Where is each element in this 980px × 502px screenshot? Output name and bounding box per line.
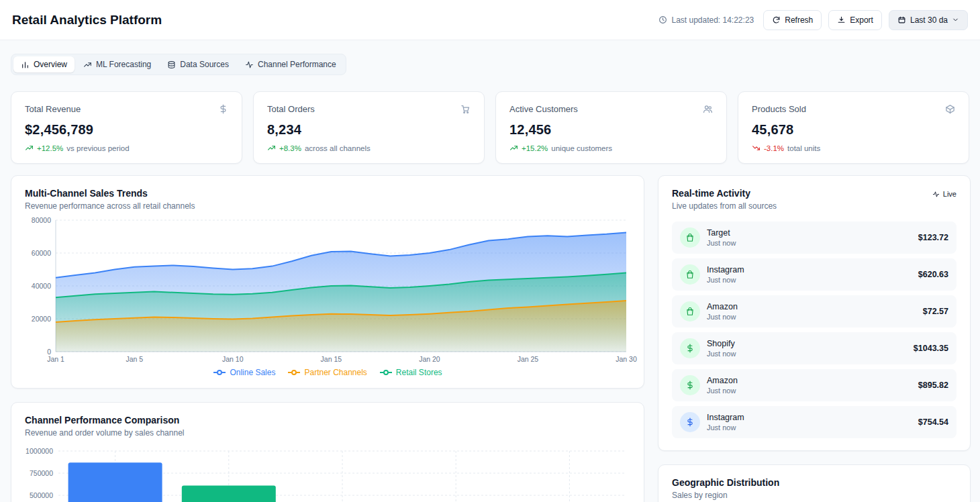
svg-text:80000: 80000	[32, 216, 51, 224]
dollar-icon	[680, 375, 700, 395]
activity-info: InstagramJust now	[707, 413, 912, 432]
tab-overview[interactable]: Overview	[13, 56, 75, 72]
tab-channel-performance[interactable]: Channel Performance	[238, 56, 344, 72]
kpi-card-active-customers: Active Customers12,456+15.2%unique custo…	[495, 91, 727, 164]
kpi-label: Total Revenue	[25, 104, 81, 114]
sales-trends-chart: 020000400006000080000Jan 1Jan 5Jan 10Jan…	[25, 216, 630, 366]
calendar-icon	[897, 15, 906, 24]
kpi-delta-note: total units	[787, 144, 820, 152]
activity-item: AmazonJust now$895.82	[672, 369, 957, 401]
activity-item: InstagramJust now$620.63	[672, 258, 957, 291]
activity-title: Real-time Activity	[672, 188, 777, 199]
export-button[interactable]: Export	[828, 10, 882, 30]
last-updated: Last updated: 14:22:23	[658, 15, 754, 25]
page-title: Retail Analytics Platform	[12, 13, 162, 28]
left-column: Multi-Channel Sales Trends Revenue perfo…	[11, 175, 644, 502]
tab-data-sources[interactable]: Data Sources	[160, 56, 236, 72]
activity-info: AmazonJust now	[707, 302, 916, 321]
svg-text:Jan 30: Jan 30	[616, 355, 637, 363]
export-label: Export	[850, 15, 873, 25]
tab-label: Data Sources	[180, 60, 229, 69]
live-label: Live	[943, 190, 957, 198]
trending-down-icon	[752, 144, 761, 152]
kpi-card-products-sold: Products Sold45,678-3.1%total units	[738, 91, 969, 164]
kpi-delta: +8.3%	[279, 144, 301, 152]
trending-up-icon	[83, 60, 92, 69]
svg-text:500000: 500000	[30, 491, 53, 499]
svg-text:0: 0	[47, 348, 51, 356]
tab-ml-forecasting[interactable]: ML Forecasting	[76, 56, 158, 72]
tab-label: ML Forecasting	[96, 60, 151, 69]
kpi-delta-note: unique customers	[551, 144, 612, 152]
legend-label: Retail Stores	[396, 368, 442, 377]
sales-trends-subtitle: Revenue performance across all retail ch…	[25, 201, 630, 211]
activity-amount: $754.54	[918, 417, 948, 427]
activity-list: TargetJust now$123.72InstagramJust now$6…	[672, 221, 957, 438]
legend-label: Online Sales	[230, 368, 275, 377]
activity-source: Amazon	[707, 376, 912, 385]
kpi-value: 8,234	[267, 122, 471, 138]
activity-time: Just now	[707, 276, 912, 284]
activity-amount: $895.82	[918, 381, 948, 390]
header: Retail Analytics Platform Last updated: …	[0, 0, 980, 40]
activity-time: Just now	[707, 239, 912, 247]
activity-source: Instagram	[707, 265, 912, 274]
shopping-bag-icon	[680, 264, 700, 285]
channel-comparison-chart: 02500005000007500001000000	[25, 446, 630, 502]
activity-amount: $620.63	[918, 270, 948, 279]
activity-source: Target	[707, 228, 912, 238]
clock-icon	[658, 15, 667, 24]
channel-comparison-title: Channel Performance Comparison	[25, 415, 630, 425]
bar-chart-icon	[21, 60, 30, 69]
kpi-top: Active Customers	[509, 104, 713, 114]
live-badge: Live	[932, 190, 957, 198]
svg-text:1000000: 1000000	[26, 447, 53, 455]
legend-series-icon	[379, 369, 393, 376]
activity-time: Just now	[707, 423, 912, 432]
svg-text:Jan 25: Jan 25	[518, 355, 539, 363]
activity-amount: $1043.35	[914, 344, 948, 353]
trending-up-icon	[25, 144, 34, 152]
package-icon	[945, 104, 955, 114]
activity-amount: $123.72	[918, 233, 948, 242]
kpi-label: Total Orders	[267, 104, 315, 114]
activity-info: ShopifyJust now	[707, 339, 907, 358]
channel-comparison-subtitle: Revenue and order volume by sales channe…	[25, 428, 630, 438]
dollar-icon	[680, 338, 700, 358]
header-actions: Last updated: 14:22:23 Refresh Export La…	[658, 10, 968, 30]
svg-text:60000: 60000	[32, 249, 51, 257]
kpi-card-total-revenue: Total Revenue$2,456,789+12.5%vs previous…	[11, 91, 242, 164]
sales-trends-card: Multi-Channel Sales Trends Revenue perfo…	[11, 175, 644, 389]
svg-text:750000: 750000	[30, 469, 53, 477]
svg-text:Jan 15: Jan 15	[321, 355, 342, 363]
svg-text:20000: 20000	[32, 315, 51, 323]
refresh-button[interactable]: Refresh	[763, 10, 822, 30]
kpi-delta: +15.2%	[522, 144, 548, 152]
download-icon	[837, 15, 846, 24]
date-range-label: Last 30 da	[910, 15, 948, 25]
tab-label: Channel Performance	[258, 60, 336, 69]
kpi-delta: -3.1%	[764, 144, 784, 152]
tab-bar: OverviewML ForecastingData SourcesChanne…	[11, 54, 346, 75]
kpi-delta-note: across all channels	[305, 144, 371, 152]
trending-up-icon	[267, 144, 276, 152]
activity-time: Just now	[707, 387, 912, 395]
geo-title: Geographic Distribution	[672, 477, 957, 488]
tab-label: Overview	[34, 60, 67, 69]
kpi-value: 45,678	[752, 122, 955, 138]
kpi-top: Total Revenue	[25, 104, 228, 114]
svg-text:Jan 1: Jan 1	[47, 355, 64, 363]
activity-amount: $72.57	[923, 307, 948, 316]
date-range-select[interactable]: Last 30 da	[889, 10, 968, 30]
activity-header: Real-time Activity Live updates from all…	[672, 188, 957, 211]
activity-pulse-icon	[932, 191, 940, 198]
right-column: Real-time Activity Live updates from all…	[658, 175, 971, 502]
legend-item-partner-channels: Partner Channels	[287, 368, 366, 377]
activity-titles: Real-time Activity Live updates from all…	[672, 188, 777, 211]
refresh-label: Refresh	[785, 15, 813, 25]
chart-legend: Online SalesPartner ChannelsRetail Store…	[25, 368, 630, 377]
shopping-bag-icon	[680, 301, 700, 321]
activity-source: Shopify	[707, 339, 907, 348]
activity-time: Just now	[707, 350, 907, 358]
activity-info: TargetJust now	[707, 228, 912, 247]
